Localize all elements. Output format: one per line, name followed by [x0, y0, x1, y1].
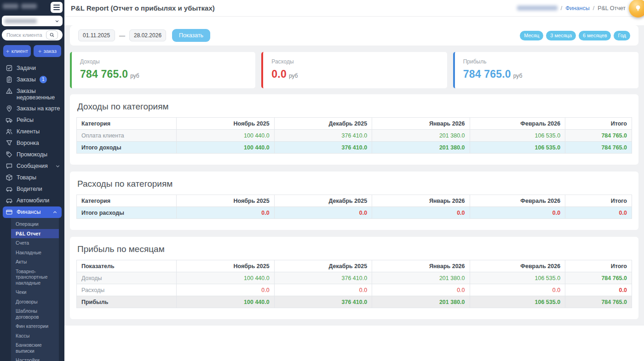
column-header: Февраль 2026: [470, 118, 565, 130]
value-cell: 0.0: [274, 207, 372, 219]
value-cell: 784 765.0: [565, 142, 632, 154]
chevron-down-icon: [55, 163, 61, 169]
warning-icon: [6, 87, 13, 95]
data-table: КатегорияНоябрь 2025Декабрь 2025Январь 2…: [76, 117, 632, 154]
column-header: Декабрь 2025: [274, 118, 372, 130]
value-cell: 201 380.0: [372, 272, 470, 284]
sidebar-item-0[interactable]: Задачи: [0, 63, 64, 74]
sidebar-item-label: Рейсы: [17, 117, 34, 124]
value-cell: 0.0: [470, 284, 565, 296]
period-buttons: Месяц3 месяца6 месяцевГод: [520, 31, 630, 40]
sidebar-item-8[interactable]: Сообщения: [0, 160, 64, 172]
sidebar-item-10[interactable]: Водители: [0, 183, 64, 195]
add-order-button[interactable]: +заказ: [34, 45, 61, 57]
table-panel-2: Прибыль по месяцамПоказательНоябрь 2025Д…: [70, 237, 638, 319]
value-cell: 784 765.0: [565, 130, 632, 142]
sidebar-item-12[interactable]: Финансы: [3, 206, 62, 218]
table-row: Итого доходы100 440.0376 410.0201 380.01…: [77, 142, 632, 154]
sidebar-item-4[interactable]: Рейсы: [0, 115, 64, 126]
summary-card-label: Расходы: [271, 58, 438, 65]
column-header: Категория: [77, 195, 177, 207]
account-select[interactable]: [2, 16, 63, 26]
sidebar-item-label: Клиенты: [17, 128, 40, 135]
value-cell: 106 535.0: [470, 130, 565, 142]
column-header: Итого: [565, 260, 632, 272]
sidebar-item-9[interactable]: Товары: [0, 172, 64, 183]
search-input[interactable]: [6, 32, 46, 38]
column-header: Показатель: [77, 260, 177, 272]
sidebar-item-11[interactable]: Автомобили: [0, 195, 64, 206]
sidebar-item-3[interactable]: Заказы на карте: [0, 103, 64, 115]
breadcrumb-finance-link[interactable]: Финансы: [565, 5, 589, 11]
value-cell: 106 535.0: [470, 272, 565, 284]
submenu-item-2[interactable]: Счета: [11, 238, 59, 248]
sidebar-item-6[interactable]: Воронка: [0, 138, 64, 149]
summary-cards: Доходы784 765.0рубРасходы0.0рубПрибыль78…: [70, 52, 638, 88]
summary-card-value: 784 765.0: [80, 68, 128, 80]
table-row: Оплата клиента100 440.0376 410.0201 380.…: [77, 130, 632, 142]
summary-card-1: Расходы0.0руб: [261, 52, 447, 88]
row-label-cell: Доходы: [77, 272, 177, 284]
car-icon: [6, 197, 13, 204]
chat-icon: [6, 162, 13, 170]
submenu-item-10[interactable]: Кассы: [11, 331, 59, 341]
value-cell: 0.0: [565, 207, 632, 219]
date-from-input[interactable]: [78, 29, 115, 41]
sidebar-actions: +клиент +заказ: [3, 45, 61, 57]
period-button-1[interactable]: 3 месяца: [546, 31, 576, 40]
sidebar-item-label: Сообщения: [17, 163, 48, 170]
summary-card-value: 784 765.0: [463, 68, 511, 80]
sidebar-item-1[interactable]: Заказы1: [0, 74, 64, 86]
show-button[interactable]: Показать: [172, 29, 210, 42]
submenu-item-7[interactable]: Договоры: [11, 297, 59, 307]
table-row: Итого расходы0.00.00.00.00.0: [77, 207, 632, 219]
finance-submenu: ОперацииP&L ОтчетСчетаНакладныеАктыТовар…: [11, 218, 59, 361]
orders-icon: [6, 76, 13, 83]
value-cell: 201 380.0: [372, 142, 470, 154]
add-client-button[interactable]: +клиент: [3, 45, 31, 57]
column-header: Ноябрь 2025: [177, 118, 274, 130]
submenu-item-5[interactable]: Товарно-транспортные накладные: [11, 267, 59, 288]
value-cell: 0.0: [470, 207, 565, 219]
submenu-item-3[interactable]: Накладные: [11, 248, 59, 258]
submenu-item-6[interactable]: Чеки: [11, 287, 59, 297]
sidebar-item-label: Промокоды: [17, 151, 47, 158]
period-button-3[interactable]: Год: [614, 31, 630, 40]
search-button[interactable]: [46, 30, 58, 40]
table-title: Прибыль по месяцам: [77, 244, 632, 254]
period-button-2[interactable]: 6 месяцев: [579, 31, 611, 40]
summary-card-value-row: 0.0руб: [271, 68, 438, 80]
column-header: Декабрь 2025: [274, 195, 372, 207]
submenu-item-1[interactable]: P&L Отчет: [11, 229, 59, 239]
submenu-item-8[interactable]: Шаблоны договоров: [11, 306, 59, 321]
date-to-input[interactable]: [129, 29, 166, 41]
map-pin-icon: [6, 105, 13, 112]
chevron-up-icon: [52, 209, 58, 215]
value-cell: 0.0: [177, 284, 274, 296]
value-cell: 0.0: [177, 207, 274, 219]
hamburger-menu-button[interactable]: [51, 2, 63, 13]
client-search: [2, 29, 63, 40]
car-icon: [6, 185, 13, 193]
submenu-item-12[interactable]: Настройки: [11, 355, 59, 361]
value-cell: 784 765.0: [565, 296, 632, 308]
column-header: Декабрь 2025: [274, 260, 372, 272]
summary-card-currency: руб: [513, 73, 523, 79]
breadcrumb: / Финансы / P&L Отчет: [517, 5, 638, 11]
sidebar-item-5[interactable]: Клиенты: [0, 126, 64, 138]
period-button-0[interactable]: Месяц: [520, 31, 543, 40]
submenu-item-11[interactable]: Банковские выписки: [11, 340, 59, 355]
submenu-item-4[interactable]: Акты: [11, 257, 59, 267]
sidebar-item-label: Задачи: [17, 65, 36, 72]
submenu-item-0[interactable]: Операции: [11, 219, 59, 229]
plus-icon: +: [6, 48, 10, 55]
sidebar-item-7[interactable]: Промокоды: [0, 149, 64, 160]
help-bulb-button[interactable]: [629, 0, 644, 17]
column-header: Январь 2026: [372, 260, 470, 272]
sidebar-item-label: Воронка: [17, 140, 39, 147]
value-cell: 376 410.0: [274, 130, 372, 142]
value-cell: 100 440.0: [177, 142, 274, 154]
sidebar-header: [0, 0, 64, 13]
sidebar-item-2[interactable]: Заказы недовезенные: [0, 86, 64, 103]
submenu-item-9[interactable]: Фин категории: [11, 321, 59, 331]
